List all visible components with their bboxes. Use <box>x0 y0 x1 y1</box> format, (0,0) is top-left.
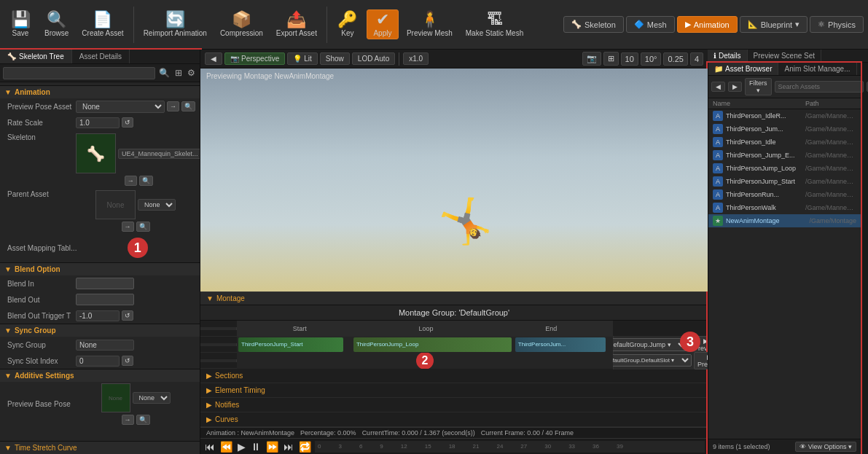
skeleton-arrow-btn[interactable]: → <box>125 176 137 186</box>
blend-out-curve[interactable] <box>76 294 134 305</box>
animation-mode-button[interactable]: ▶ Animation <box>677 16 738 33</box>
preview-base-select[interactable]: None <box>133 392 171 404</box>
track-1-content[interactable]: ThirdPersonJump_Start ThirdPersonJump_Lo… <box>237 337 613 353</box>
preview-mesh-icon: 🧍 <box>420 12 439 28</box>
rate-scale-row: Rate Scale ↺ <box>0 114 200 130</box>
additive-settings-section-header[interactable]: ▼ Additive Settings <box>0 369 200 382</box>
key-button[interactable]: 🔑 Key <box>332 9 364 39</box>
asset-item-0[interactable]: A ThirdPerson_IdleR... /Game/Mannequ... <box>708 109 861 122</box>
tab-preview-scene-set[interactable]: Preview Scene Set <box>748 50 822 62</box>
toolbar-separator-1 <box>133 7 134 43</box>
parent-asset-select[interactable]: None <box>138 199 176 211</box>
left-search-input[interactable] <box>3 67 155 79</box>
asset-item-7[interactable]: A ThirdPersonWalk /Game/Mannequ... <box>708 201 861 214</box>
tab-asset-details[interactable]: Asset Details <box>72 50 130 63</box>
camera-settings-btn[interactable]: 📷 <box>582 52 601 66</box>
filters-dropdown-btn[interactable]: Filters ▾ <box>745 78 772 95</box>
lit-button[interactable]: 💡 Lit <box>287 52 318 65</box>
notifies-header[interactable]: ▶ Notifies <box>206 399 702 410</box>
tab-anim-slot-manager[interactable]: Anim Slot Manage... <box>778 63 856 75</box>
playback-prev-btn[interactable]: ⏪ <box>219 441 234 453</box>
forward-nav-btn[interactable]: ▶ <box>728 82 742 92</box>
reimport-button[interactable]: 🔄 Reimport Animation <box>138 9 212 39</box>
preview-mesh-button[interactable]: 🧍 Preview Mesh <box>402 9 458 39</box>
compression-button[interactable]: 📦 Compression <box>215 9 268 39</box>
asset-item-6[interactable]: A ThirdPersonRun... /Game/Mannequ... <box>708 188 861 201</box>
track-2-content[interactable]: 2 <box>237 353 613 369</box>
zoom-button[interactable]: x1.0 <box>403 52 429 65</box>
rotation-snap-btn[interactable]: 10° <box>641 52 662 66</box>
playback-skip-start-btn[interactable]: ⏮ <box>203 441 216 453</box>
blend-out-trigger-reset-btn[interactable]: ↺ <box>122 310 133 321</box>
blend-in-curve[interactable] <box>76 278 134 289</box>
lod-auto-button[interactable]: LOD Auto <box>352 52 395 65</box>
tab-asset-browser[interactable]: 📁 Asset Browser <box>708 63 778 75</box>
playback-play-btn[interactable]: ▶ <box>236 441 247 453</box>
rate-scale-reset-btn[interactable]: ↺ <box>122 117 133 128</box>
sync-slot-input[interactable] <box>76 356 120 367</box>
asset-item-3[interactable]: A ThirdPerson_Jump_E... /Game/Mannequ... <box>708 149 861 162</box>
save-button[interactable]: 💾 Save <box>4 9 36 39</box>
mesh-mode-button[interactable]: 🔷 Mesh <box>626 16 675 33</box>
sync-slot-reset-btn[interactable]: ↺ <box>122 356 133 366</box>
asset-item-8[interactable]: ★ NewAnimMontage /Game/Montage <box>708 214 861 227</box>
grid-view-btn[interactable]: ⊞ <box>173 66 184 79</box>
anim-start-block[interactable]: ThirdPersonJump_Start <box>238 337 343 352</box>
show-button[interactable]: Show <box>320 52 350 65</box>
camera-speed-btn[interactable]: 4 <box>690 52 703 66</box>
sync-group-input[interactable] <box>76 340 134 351</box>
playback-next-btn[interactable]: ⏩ <box>265 441 280 453</box>
playback-skip-end-btn[interactable]: ⏭ <box>282 441 295 453</box>
grid-toggle-btn[interactable]: ⊞ <box>603 52 619 66</box>
export-button[interactable]: 📤 Export Asset <box>271 9 322 39</box>
curves-header[interactable]: ▶ Curves <box>206 414 702 425</box>
preview-pose-select[interactable]: None <box>76 101 165 113</box>
preview-btn-2[interactable]: ▶ Preview <box>694 352 708 369</box>
parent-asset-arrow-btn[interactable]: → <box>122 222 134 232</box>
asset-browser-panel: 📁 Asset Browser Anim Slot Manage... ◀ ▶ … <box>708 63 861 454</box>
preview-base-search-btn[interactable]: 🔍 <box>136 415 150 425</box>
preview-pose-search-btn[interactable]: 🔍 <box>181 101 195 111</box>
view-options-btn[interactable]: 👁 View Options ▾ <box>795 442 856 452</box>
viewport-back-btn[interactable]: ◀ <box>205 52 222 65</box>
asset-item-5[interactable]: A ThirdPersonJump_Start /Game/Mannequ... <box>708 175 861 188</box>
sync-group-section-header[interactable]: ▼ Sync Group <box>0 324 200 337</box>
skeleton-mode-button[interactable]: 🦴 Skeleton <box>563 16 624 33</box>
animation-section-header[interactable]: ▼ Animation <box>0 85 200 98</box>
asset-item-4[interactable]: A ThirdPersonJump_Loop /Game/Mannequ... <box>708 162 861 175</box>
preview-pose-arrow-btn[interactable]: → <box>167 101 179 111</box>
filter-options-btn[interactable]: ⚙ <box>186 66 197 79</box>
preview-base-arrow-btn[interactable]: → <box>122 415 134 425</box>
rate-scale-input[interactable] <box>76 117 120 128</box>
asset-item-2[interactable]: A ThirdPerson_Idle /Game/Mannequ... <box>708 136 861 149</box>
apply-button[interactable]: ✔ Apply <box>367 9 399 39</box>
element-timing-header[interactable]: ▶ Element Timing <box>206 385 702 396</box>
playback-pause-btn[interactable]: ⏸ <box>249 441 262 453</box>
slot-1-dropdown[interactable]: DefaultGroup.Jump ▾ <box>601 338 688 351</box>
create-asset-button[interactable]: 📄 Create Asset <box>77 9 128 39</box>
back-nav-btn[interactable]: ◀ <box>711 82 725 92</box>
tab-skeleton-tree[interactable]: 🦴 Skeleton Tree <box>0 50 72 63</box>
grid-size-btn[interactable]: 10 <box>621 52 638 66</box>
tab-details[interactable]: ℹ Details <box>708 50 748 62</box>
blend-out-trigger-input[interactable] <box>76 310 120 321</box>
asset-item-1[interactable]: A ThirdPerson_Jum... /Game/Mannequ... <box>708 122 861 136</box>
sections-header[interactable]: ▶ Sections <box>206 370 702 381</box>
blueprint-mode-button[interactable]: 📐 Blueprint▾ <box>740 16 808 33</box>
scale-snap-btn[interactable]: 0.25 <box>663 52 687 66</box>
preview-btn-1[interactable]: ▶ Preview <box>690 336 708 353</box>
playback-loop-btn[interactable]: 🔁 <box>297 441 313 453</box>
physics-mode-button[interactable]: ⚛ Physics <box>810 16 864 33</box>
browse-button[interactable]: 🔍 Browse <box>39 9 74 39</box>
asset-search-input[interactable] <box>775 81 864 93</box>
anim-loop-block[interactable]: ThirdPersonJump_Loop <box>353 337 512 352</box>
perspective-button[interactable]: 📷 Perspective <box>224 52 285 65</box>
make-static-button[interactable]: 🏗 Make Static Mesh <box>461 9 528 39</box>
time-stretch-curve-header[interactable]: ▼ Time Stretch Curve <box>0 441 200 454</box>
anim-end-block[interactable]: ThirdPersonJum... <box>515 337 606 352</box>
montage-section-header[interactable]: ▼ Montage <box>200 292 708 305</box>
skeleton-search-btn[interactable]: 🔍 <box>139 176 153 186</box>
parent-asset-search-btn[interactable]: 🔍 <box>136 222 150 232</box>
blend-option-section-header[interactable]: ▼ Blend Option <box>0 262 200 275</box>
search-icon-btn[interactable]: 🔍 <box>157 66 171 79</box>
